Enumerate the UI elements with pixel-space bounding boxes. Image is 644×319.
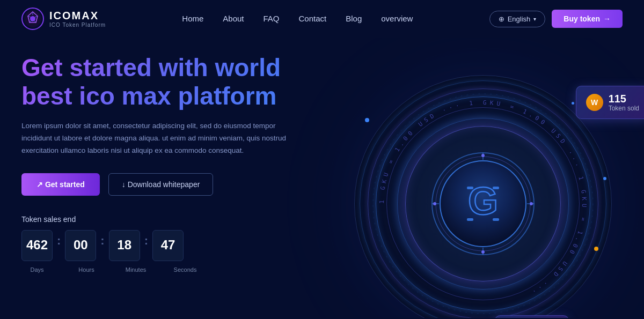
countdown-sep-1: : [56, 234, 62, 248]
countdown-minutes-box: 18 [109, 230, 140, 261]
token-sold-card: W 115 Token sold [576, 86, 644, 119]
chevron-down-icon: ▾ [533, 16, 536, 22]
language-label: English [508, 15, 531, 23]
countdown-sep-3: : [143, 234, 149, 248]
token-sold-label: Token sold [609, 105, 639, 112]
nav-item-home[interactable]: Home [182, 14, 203, 24]
nav-right: ⊕ English ▾ Buy token → [489, 10, 623, 28]
buy-token-label: Buy token [564, 14, 600, 23]
dot-1 [365, 118, 369, 122]
token-sold-info: 115 Token sold [609, 93, 639, 112]
dot-3 [594, 247, 598, 251]
language-icon: ⊕ [499, 15, 504, 23]
countdown: 462 : 00 : 18 : 47 [21, 230, 365, 261]
logo-icon [21, 8, 44, 30]
token-sold-number: 115 [609, 93, 639, 105]
navbar: ICOMAX ICO Token Platform Home About FAQ… [0, 0, 644, 38]
hero-left: Get started with world best ico max plat… [21, 43, 365, 318]
logo-subtitle: ICO Token Platform [49, 22, 106, 28]
countdown-days-box: 462 [21, 230, 53, 261]
countdown-days-value: 462 [26, 238, 48, 252]
hero-section: Get started with world best ico max plat… [0, 38, 644, 318]
svg-text:1 GKU = 1.00 USD ··· 1 GKU = 1: 1 GKU = 1.00 USD ··· 1 GKU = 1.00 USD ··… [378, 99, 588, 296]
get-started-label: ↗ Get started [36, 180, 85, 189]
buy-token-button[interactable]: Buy token → [552, 10, 623, 28]
nav-item-contact[interactable]: Contact [299, 14, 327, 24]
arrow-icon: → [603, 14, 611, 23]
days-unit: Days [30, 266, 43, 273]
logo: ICOMAX ICO Token Platform [21, 8, 106, 30]
svg-point-26 [373, 94, 593, 314]
logo-name: ICOMAX [49, 10, 106, 22]
token-sales-label: Token sales end [21, 215, 365, 224]
badge-icon: W [591, 98, 598, 107]
countdown-minutes-value: 18 [117, 238, 131, 252]
ring-text-svg: 1 GKU = 1.00 USD ··· 1 GKU = 1.00 USD ··… [362, 83, 604, 318]
hero-title: Get started with world best ico max plat… [21, 54, 333, 110]
download-label: ↓ Download whitepaper [122, 180, 200, 189]
get-started-button[interactable]: ↗ Get started [21, 173, 100, 196]
nav-links: Home About FAQ Contact Blog overview [182, 14, 413, 24]
dot-2 [603, 177, 606, 180]
token-goal-card: W 500 Token goal [495, 315, 569, 318]
nav-item-faq[interactable]: FAQ [264, 14, 280, 24]
nav-item-about[interactable]: About [223, 14, 244, 24]
token-sales: Token sales end 462 : 00 : 18 : [21, 215, 365, 274]
download-whitepaper-button[interactable]: ↓ Download whitepaper [108, 173, 214, 196]
countdown-hours-box: 00 [65, 230, 96, 261]
countdown-hours-value: 00 [74, 238, 88, 252]
dot-4 [572, 102, 574, 105]
seconds-unit: Seconds [174, 266, 197, 273]
nav-item-blog[interactable]: Blog [346, 14, 362, 24]
countdown-seconds-box: 47 [152, 230, 184, 261]
nav-item-overview[interactable]: overview [381, 14, 413, 24]
hero-buttons: ↗ Get started ↓ Download whitepaper [21, 173, 365, 196]
token-sold-badge: W [586, 94, 603, 111]
hours-unit: Hours [78, 266, 94, 273]
hero-description: Lorem ipsum dolor sit amet, consectetur … [21, 120, 301, 157]
minutes-unit: Minutes [126, 266, 147, 273]
countdown-seconds-value: 47 [161, 238, 175, 252]
countdown-sep-2: : [99, 234, 105, 248]
svg-point-3 [30, 16, 35, 21]
language-button[interactable]: ⊕ English ▾ [489, 11, 546, 27]
